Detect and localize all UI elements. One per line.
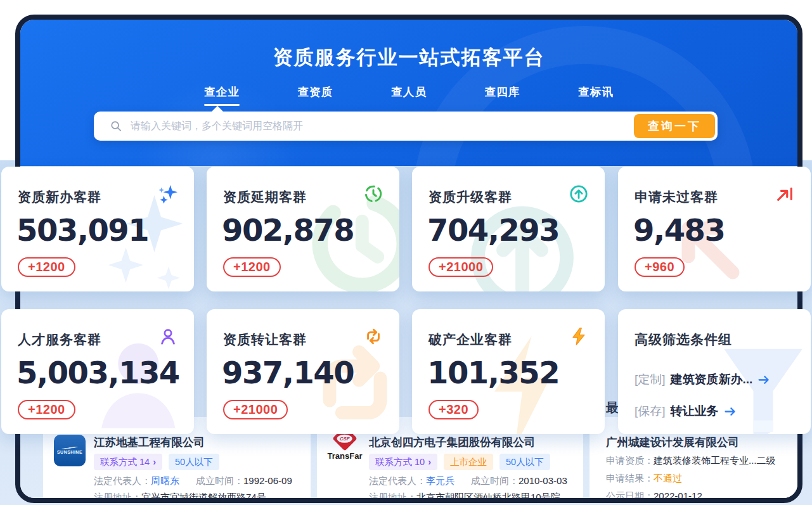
stat-card-title: 人才服务客群 (18, 331, 101, 348)
stat-card-badge: +21000 (223, 400, 288, 419)
stat-card-talent[interactable]: 人才服务客群 5,003,134 +1200 (1, 309, 194, 434)
stat-card-upgrade[interactable]: 资质升级客群 704,293 +21000 (412, 167, 605, 291)
stat-card-renewal[interactable]: 资质延期客群 902,878 +1200 (207, 167, 399, 291)
row-label: 公示日期： (606, 490, 654, 501)
search-bar: 查询一下 (94, 112, 718, 141)
filter-link-saved[interactable]: [保存] 转让业务 (635, 403, 737, 419)
filter-card-title: 高级筛选条件组 (635, 331, 732, 348)
stat-card-title: 破产企业客群 (429, 331, 512, 348)
stat-card-value: 503,091 (16, 212, 148, 248)
company-fields: 法定代表人：周曙东成立时间：1992-06-09 (94, 475, 292, 487)
stat-card-rejected[interactable]: 申请未过客群 9,483 +960 (618, 167, 811, 291)
stat-card-badge: +1200 (18, 400, 75, 419)
contact-tag-label: 联系方式 10 (375, 457, 425, 467)
chevron-right-icon: › (153, 457, 156, 467)
stat-card-value: 704,293 (427, 212, 559, 248)
stat-card-badge: +960 (635, 257, 685, 277)
company-logo: SUNSHINE (54, 435, 86, 466)
stat-card-new-qualification[interactable]: 资质新办客群 503,091 +1200 (1, 167, 194, 291)
stat-card-value: 937,140 (222, 355, 354, 390)
founded-date: 2010-03-03 (519, 475, 567, 486)
company-size-tag: 50人以下 (169, 454, 219, 470)
filter-link-custom[interactable]: [定制] 建筑资质新办... (635, 371, 771, 388)
founded-label: 成立时间： (471, 475, 519, 486)
row-label: 申请结果： (606, 473, 654, 483)
stat-card-badge: +21000 (429, 257, 493, 277)
filter-link-prefix: [定制] (635, 371, 666, 388)
search-tabs: 查企业 查资质 查人员 查四库 查标讯 (20, 84, 797, 106)
row-value: 2022-01-12 (654, 490, 702, 501)
address-label: 注册地址： (94, 492, 141, 502)
company-logo: CSF TransFar (326, 430, 364, 461)
row-label: 申请资质： (606, 455, 654, 466)
tab-companies[interactable]: 查企业 (204, 84, 240, 106)
tab-four-libraries[interactable]: 查四库 (485, 84, 520, 106)
company-fields: 法定代表人：李元兵成立时间：2010-03-03 (369, 475, 567, 487)
address-value: 北京市朝阳区酒仙桥北路甲10号院 (416, 492, 560, 502)
stat-card-badge: +1200 (223, 257, 281, 277)
company-tags: 联系方式 14› 50人以下 (94, 454, 219, 470)
page-title: 资质服务行业一站式拓客平台 (20, 20, 797, 71)
stat-card-title: 资质延期客群 (223, 188, 307, 206)
stat-card-bankrupt[interactable]: 破产企业客群 101,352 +320 (412, 309, 605, 434)
arrow-right-icon (724, 405, 737, 418)
search-icon (110, 120, 122, 132)
stat-card-badge: +320 (429, 400, 479, 419)
filter-link-label: 转让业务 (671, 403, 719, 419)
tab-bid-news[interactable]: 查标讯 (578, 84, 614, 106)
contact-tag[interactable]: 联系方式 14› (94, 454, 162, 470)
tab-qualifications[interactable]: 查资质 (298, 84, 333, 106)
sparkles-icon (158, 184, 177, 203)
stat-card-transfer[interactable]: 资质转让客群 937,140 +21000 (207, 309, 399, 434)
row-value: 建筑装修装饰工程专业...二级 (654, 455, 776, 466)
company-name[interactable]: 北京创四方电子集团股份有限公司 (369, 435, 536, 450)
legal-rep-label: 法定代表人： (94, 475, 151, 486)
page: 资质服务行业一站式拓客平台 查企业 查资质 查人员 查四库 查标讯 查询一下 S… (0, 0, 812, 505)
lightning-icon (569, 327, 588, 346)
search-button[interactable]: 查询一下 (634, 114, 715, 138)
transfar-logo-text: TransFar (326, 451, 364, 461)
person-icon (158, 327, 177, 346)
address-value: 宜兴市宜城街道解放西路74号 (141, 492, 266, 502)
filter-link-label: 建筑资质新办... (671, 371, 753, 388)
funnel-watermark (712, 344, 811, 434)
company-name[interactable]: 江苏地基工程有限公司 (94, 435, 205, 450)
company-tags: 联系方式 10› 上市企业 50人以下 (369, 454, 550, 470)
founded-label: 成立时间： (196, 475, 243, 486)
address-label: 注册地址： (369, 492, 416, 502)
filter-link-prefix: [保存] (635, 403, 666, 419)
listed-company-tag: 上市企业 (444, 454, 493, 470)
legal-rep-name[interactable]: 周曙东 (151, 475, 179, 486)
transfer-arrows-icon (364, 327, 383, 346)
company-name[interactable]: 广州城建设计发展有限公司 (606, 435, 739, 450)
tab-personnel[interactable]: 查人员 (391, 84, 427, 106)
legal-rep-name[interactable]: 李元兵 (426, 475, 454, 486)
company-size-tag: 50人以下 (499, 454, 550, 470)
apply-qualification-row: 申请资质：建筑装修装饰工程专业...二级 (606, 455, 776, 467)
stat-card-value: 9,483 (633, 212, 725, 248)
stat-card-value: 101,352 (427, 355, 559, 390)
rejected-arrow-icon (775, 184, 794, 203)
founded-date: 1992-06-09 (243, 475, 292, 486)
company-address: 注册地址：北京市朝阳区酒仙桥北路甲10号院 (369, 492, 560, 503)
arrow-right-icon (757, 373, 771, 387)
filter-card[interactable]: 高级筛选条件组 [定制] 建筑资质新办... [保存] 转让业务 (618, 309, 811, 434)
apply-result-row: 申请结果：不通过 (606, 473, 682, 485)
stat-card-value: 5,003,134 (16, 355, 179, 390)
stat-card-title: 资质新办客群 (18, 188, 101, 206)
legal-rep-label: 法定代表人： (369, 475, 426, 486)
stat-card-badge: +1200 (18, 257, 75, 277)
company-logo-text: SUNSHINE (57, 450, 82, 454)
upgrade-arrow-icon (569, 184, 588, 203)
result-value: 不通过 (654, 473, 682, 483)
stat-card-value: 902,878 (222, 212, 354, 248)
contact-tag[interactable]: 联系方式 10› (369, 454, 437, 470)
chevron-right-icon: › (428, 457, 431, 467)
search-input[interactable] (129, 112, 630, 141)
publish-date-row: 公示日期：2022-01-12 (606, 490, 702, 502)
header: 资质服务行业一站式拓客平台 查企业 查资质 查人员 查四库 查标讯 查询一下 (20, 20, 797, 166)
stat-card-title: 资质转让客群 (223, 331, 307, 348)
stat-card-title: 资质升级客群 (429, 188, 512, 206)
company-address: 注册地址：宜兴市宜城街道解放西路74号 (94, 492, 266, 503)
csf-logo-text: CSF (337, 435, 352, 443)
